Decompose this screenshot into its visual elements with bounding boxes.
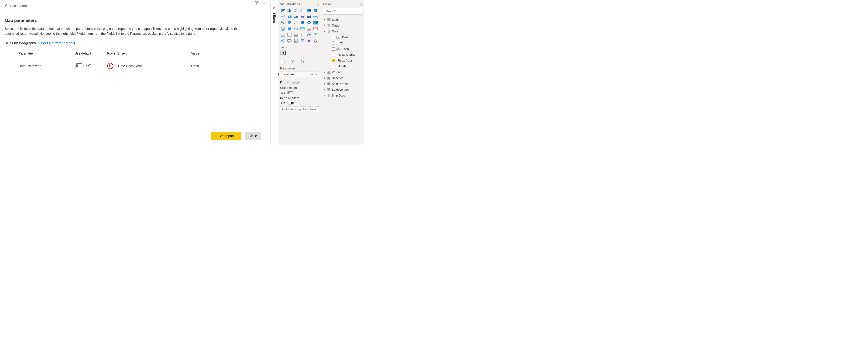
stacked-bar-icon[interactable] [280, 8, 286, 13]
field-row-day[interactable]: Day [323, 40, 362, 46]
format-tab[interactable] [290, 59, 296, 64]
matrix-icon[interactable] [293, 32, 299, 37]
table-row-target[interactable]: Target [323, 23, 362, 28]
clustered-column-icon[interactable] [300, 8, 305, 13]
area-icon[interactable] [287, 14, 292, 19]
paginated-report-icon[interactable] [293, 38, 299, 44]
r-visual-icon[interactable]: R [300, 32, 305, 37]
scatter-icon[interactable] [293, 20, 299, 25]
collapse-fields-chevron-icon[interactable] [360, 3, 362, 6]
checkbox[interactable] [332, 65, 335, 68]
use-default-toggle[interactable]: Off [74, 63, 90, 68]
more-icon[interactable]: ⋯ [261, 1, 266, 5]
checkbox[interactable] [332, 53, 335, 56]
line-stacked-combo-icon[interactable] [300, 14, 305, 19]
svg-rect-56 [281, 33, 285, 36]
back-to-report-link[interactable]: Back to report [5, 4, 31, 8]
chevron-down-icon[interactable] [311, 74, 313, 75]
stacked-area-icon[interactable] [293, 14, 299, 19]
annotation-b: b [107, 63, 113, 69]
filters-label[interactable]: Filters [272, 13, 276, 23]
map-icon[interactable] [280, 26, 286, 31]
cross-report-label: Cross-report [280, 86, 319, 89]
table-row: DateFiscalYear Off b Date.Fiscal Year [5, 58, 267, 74]
python-visual-icon[interactable]: Py [306, 32, 312, 37]
funnel-icon[interactable] [255, 1, 259, 5]
svg-rect-32 [310, 16, 311, 18]
fields-well-tab[interactable] [280, 59, 286, 64]
field-row-fiscal-quarter[interactable]: Fiscal Quarter [323, 52, 362, 58]
pie-icon[interactable] [300, 20, 305, 25]
main-canvas: Back to report ⋯ Map parameters Select t… [0, 0, 270, 145]
arcgis-icon[interactable] [300, 38, 305, 44]
ribbon-icon[interactable] [313, 14, 318, 19]
hundred-column-icon[interactable] [313, 8, 318, 13]
field-row-month[interactable]: Month [323, 63, 362, 69]
page-description: Select the fields in the data model that… [5, 26, 252, 36]
card-icon[interactable]: 123 [300, 26, 305, 31]
visualizations-pane: Visualizations [278, 0, 321, 145]
treemap-icon[interactable] [313, 20, 318, 25]
get-more-visuals-icon[interactable] [313, 38, 318, 44]
svg-point-42 [297, 22, 298, 23]
line-icon[interactable] [280, 14, 286, 19]
power-apps-icon[interactable] [306, 38, 312, 44]
funnel-chart-icon[interactable] [287, 20, 292, 25]
col-use-default: Use default [74, 49, 107, 58]
expand-filters-chevron-icon[interactable] [273, 1, 275, 5]
checkbox[interactable] [332, 47, 335, 51]
table-row-reseller[interactable]: Reseller [323, 75, 362, 81]
filled-map-icon[interactable] [287, 26, 292, 31]
hundred-bar-icon[interactable] [306, 8, 312, 13]
field-row-fiscal-year[interactable]: Fiscal Year [323, 58, 362, 63]
combo-value: Date.Fiscal Year [118, 64, 142, 68]
table-icon[interactable] [287, 32, 292, 37]
stacked-column-icon[interactable] [287, 8, 292, 13]
qa-visual-icon[interactable] [287, 38, 292, 44]
close-format-icon[interactable]: x▮ [281, 51, 286, 55]
waterfall-icon[interactable] [280, 20, 286, 25]
fields-title: Fields [323, 2, 332, 6]
clustered-bar-icon[interactable] [293, 8, 299, 13]
fields-search[interactable] [323, 8, 362, 15]
close-button[interactable]: Close [245, 132, 261, 140]
see-report-button[interactable]: See report [211, 132, 241, 140]
gauge-icon[interactable] [293, 26, 299, 31]
chevron-down-icon [182, 65, 185, 67]
checkbox[interactable] [332, 59, 335, 62]
table-row-product[interactable]: Product [323, 69, 362, 75]
collapse-vis-chevron-icon[interactable] [317, 3, 319, 6]
checkbox[interactable] [332, 36, 335, 39]
drill-through-dropzone[interactable]: Add drill-through fields here [280, 107, 319, 112]
search-input[interactable] [326, 9, 364, 13]
line-clustered-combo-icon[interactable] [306, 14, 312, 19]
table-row-date[interactable]: Date [323, 28, 362, 34]
svg-rect-65 [294, 33, 295, 36]
slicer-icon[interactable] [280, 32, 286, 37]
svg-rect-22 [314, 10, 315, 12]
multi-row-card-icon[interactable] [306, 26, 312, 31]
more-visuals-icon[interactable]: ⋯ [280, 45, 319, 51]
keep-filters-label: Keep all filters [280, 96, 319, 100]
svg-rect-59 [287, 33, 291, 36]
keep-filters-toggle[interactable]: On [281, 101, 319, 105]
parameter-chip-fiscal-year[interactable]: Fiscal Year ✕ [280, 71, 319, 77]
svg-rect-34 [282, 22, 283, 23]
decomposition-tree-icon[interactable] [280, 38, 286, 44]
visualization-gallery: 123 R Py [280, 8, 319, 44]
table-row-salesperson[interactable]: Salesperson [323, 87, 362, 92]
table-row-ship-date[interactable]: Ship Date [323, 92, 362, 98]
select-different-report-link[interactable]: Select a different report [38, 41, 75, 45]
field-row-date[interactable]: ADate [323, 34, 362, 40]
table-row-sales-order[interactable]: Sales Order [323, 81, 362, 87]
field-row-fiscal[interactable]: Fiscal [323, 46, 362, 52]
table-row-sales[interactable]: Sales [323, 17, 362, 23]
cross-report-toggle[interactable]: Off [281, 91, 319, 94]
remove-param-icon[interactable]: ✕ [315, 73, 317, 76]
power-bi-field-combo[interactable]: Date.Fiscal Year [116, 62, 188, 70]
kpi-icon[interactable] [313, 26, 318, 31]
key-influencers-icon[interactable] [313, 32, 318, 37]
analytics-tab[interactable] [300, 59, 305, 64]
donut-icon[interactable] [306, 20, 312, 25]
checkbox[interactable] [332, 41, 335, 45]
